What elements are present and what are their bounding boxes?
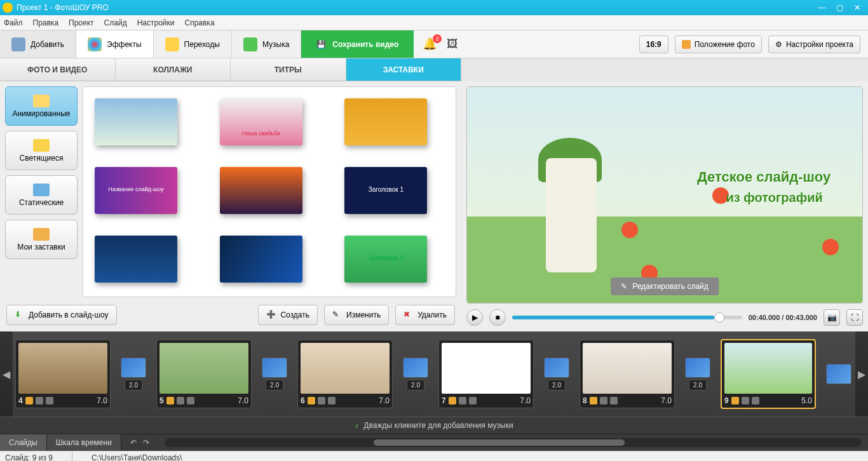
music-track[interactable]: ♪ Дважды кликните для добавления музыки [0, 417, 868, 434]
transition-card[interactable]: 2.0 [261, 357, 288, 391]
slide-card[interactable]: 67.0 [297, 340, 393, 408]
tab-timeline[interactable]: Шкала времени [47, 434, 121, 451]
transition-thumb [403, 357, 428, 378]
slide-thumb [18, 343, 107, 394]
edit-icon[interactable] [308, 397, 315, 404]
tab-add[interactable]: Добавить [0, 30, 76, 58]
slide-card[interactable]: 87.0 [580, 340, 675, 408]
edit-icon[interactable] [590, 397, 597, 404]
menu-file[interactable]: Файл [4, 18, 23, 27]
browse-icon[interactable]: 🖼 [447, 37, 458, 51]
zoom-icon[interactable] [36, 397, 43, 404]
edit-icon[interactable] [449, 397, 456, 404]
gallery-thumb[interactable] [220, 167, 302, 214]
sound-icon[interactable] [328, 397, 336, 404]
gallery-thumb[interactable] [95, 236, 177, 283]
slide-card[interactable]: 95.0 [721, 339, 816, 409]
tab-slides[interactable]: Слайды [0, 434, 47, 451]
save-video-button[interactable]: 💾 Сохранить видео [301, 30, 414, 58]
zoom-icon[interactable] [459, 397, 466, 404]
tab-music[interactable]: Музыка [232, 30, 301, 58]
edit-slide-button[interactable]: ✎Редактировать слайд [611, 277, 719, 295]
menu-slide[interactable]: Слайд [104, 18, 127, 27]
create-button[interactable]: ➕Создать [258, 305, 318, 325]
cat-titles[interactable]: ТИТРЫ [231, 58, 346, 81]
transition-card[interactable]: 2.0 [543, 357, 571, 391]
side-animated[interactable]: Анимированные [5, 86, 78, 126]
side-static-label: Статические [19, 198, 64, 207]
gallery-thumb[interactable] [344, 98, 427, 145]
cat-collages[interactable]: КОЛЛАЖИ [116, 58, 231, 81]
transition-card[interactable]: 2.0 [119, 357, 147, 391]
edit-button[interactable]: ✎Изменить [324, 305, 389, 325]
menu-settings[interactable]: Настройки [137, 18, 175, 27]
zoom-icon[interactable] [742, 397, 749, 404]
horizontal-scrollbar[interactable] [165, 438, 862, 447]
sound-icon[interactable] [187, 397, 194, 404]
slide-toolbar: 47.0 [18, 394, 107, 405]
side-glowing[interactable]: Светящиеся [5, 131, 78, 170]
side-static[interactable]: Статические [5, 175, 78, 215]
menu-project[interactable]: Проект [69, 18, 94, 27]
statusbar: Слайд: 9 из 9 C:\Users\Таня\Downloads\ [0, 451, 868, 461]
tab-effects[interactable]: Эффекты [76, 30, 154, 58]
menu-edit[interactable]: Правка [33, 18, 59, 27]
sound-icon[interactable] [752, 397, 759, 404]
cat-photo-video[interactable]: ФОТО И ВИДЕО [0, 58, 116, 81]
project-settings-button[interactable]: ⚙ Настройки проекта [768, 36, 860, 53]
slide-card[interactable]: 77.0 [438, 340, 534, 408]
timeline-scroll-right[interactable]: ▶ [855, 331, 868, 417]
fullscreen-button[interactable]: ⛶ [846, 309, 863, 326]
side-my-intros[interactable]: Мои заставки [5, 220, 78, 259]
undo-button[interactable]: ↶ [130, 438, 137, 447]
gallery-thumb[interactable]: Наша свадьба [220, 98, 302, 145]
minimize-button[interactable]: — [813, 2, 830, 13]
gallery-thumb[interactable] [220, 236, 302, 283]
down-arrow-icon: ⬇ [15, 310, 25, 320]
slide-card[interactable]: 57.0 [156, 340, 252, 408]
sound-icon[interactable] [469, 397, 477, 404]
edit-icon[interactable] [731, 397, 739, 404]
zoom-icon[interactable] [177, 397, 184, 404]
aspect-ratio-button[interactable]: 16:9 [639, 36, 668, 53]
stop-button[interactable]: ■ [489, 309, 506, 326]
menu-help[interactable]: Справка [184, 18, 214, 27]
slide-number: 8 [583, 396, 587, 405]
delete-button[interactable]: ✖Удалить [395, 305, 455, 325]
main-area: Анимированные Светящиеся Статические Мои… [0, 81, 868, 331]
transition-card[interactable]: 2.0 [402, 357, 430, 391]
notifications-button[interactable]: 🔔 2 [423, 37, 438, 52]
redo-button[interactable]: ↷ [143, 438, 149, 447]
gallery-thumb[interactable]: Название слайд-шоу [95, 167, 177, 214]
edit-icon[interactable] [166, 397, 174, 404]
maximize-button[interactable]: ▢ [831, 2, 848, 13]
edit-icon[interactable] [25, 397, 33, 404]
cat-intros[interactable]: ЗАСТАВКИ [346, 58, 462, 81]
tab-transitions[interactable]: Переходы [154, 30, 232, 58]
add-label: Добавить в слайд-шоу [29, 311, 109, 319]
sound-icon[interactable] [610, 397, 618, 404]
scrollbar-thumb[interactable] [374, 439, 625, 446]
zoom-icon[interactable] [318, 397, 325, 404]
zoom-icon[interactable] [600, 397, 607, 404]
snapshot-button[interactable]: 📷 [824, 309, 840, 326]
photo-position-button[interactable]: Положение фото [675, 36, 762, 53]
sound-icon[interactable] [46, 397, 53, 404]
seek-bar[interactable] [512, 316, 742, 319]
music-icon [243, 37, 257, 51]
thumb-caption: Наша свадьба [220, 98, 302, 137]
gallery-thumb[interactable]: Заголовок 1 [344, 167, 427, 214]
add-to-slideshow-button[interactable]: ⬇Добавить в слайд-шоу [6, 305, 117, 325]
transition-card[interactable]: 2.0 [684, 357, 712, 391]
transition-card[interactable] [825, 364, 853, 384]
slide-thumb [442, 343, 531, 394]
timeline-scroll-left[interactable]: ◀ [0, 331, 13, 417]
slide-card[interactable]: 47.0 [15, 340, 111, 408]
edit-slide-label: Редактировать слайд [632, 282, 709, 291]
seek-handle[interactable] [714, 312, 724, 323]
gallery-thumb[interactable]: Заголовок 1 [344, 236, 427, 283]
edit-label: Изменить [346, 311, 381, 319]
close-button[interactable]: ✕ [849, 2, 865, 13]
gallery-thumb[interactable] [95, 98, 177, 145]
play-button[interactable]: ▶ [466, 309, 483, 326]
